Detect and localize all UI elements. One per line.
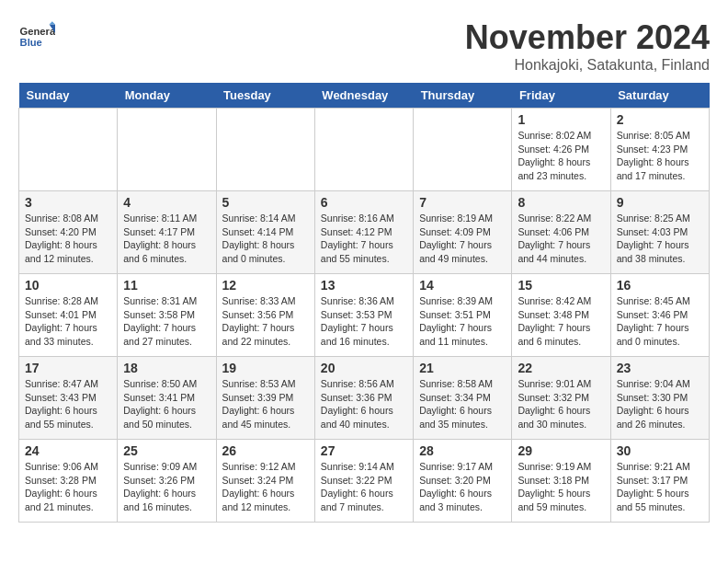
day-number: 30 xyxy=(617,443,703,458)
day-number: 29 xyxy=(518,443,604,458)
day-info: Sunrise: 9:14 AM Sunset: 3:22 PM Dayligh… xyxy=(321,460,407,514)
calendar-cell: 14Sunrise: 8:39 AM Sunset: 3:51 PM Dayli… xyxy=(414,274,512,357)
calendar-cell: 10Sunrise: 8:28 AM Sunset: 4:01 PM Dayli… xyxy=(19,274,118,357)
day-info: Sunrise: 9:17 AM Sunset: 3:20 PM Dayligh… xyxy=(419,460,506,514)
calendar-cell: 8Sunrise: 8:22 AM Sunset: 4:06 PM Daylig… xyxy=(512,191,610,274)
weekday-header-row: SundayMondayTuesdayWednesdayThursdayFrid… xyxy=(19,83,710,109)
day-number: 9 xyxy=(617,195,703,210)
day-number: 13 xyxy=(321,278,407,293)
day-info: Sunrise: 8:08 AM Sunset: 4:20 PM Dayligh… xyxy=(25,212,111,266)
week-row-5: 24Sunrise: 9:06 AM Sunset: 3:28 PM Dayli… xyxy=(19,440,710,523)
calendar-cell: 16Sunrise: 8:45 AM Sunset: 3:46 PM Dayli… xyxy=(610,274,709,357)
calendar-cell: 29Sunrise: 9:19 AM Sunset: 3:18 PM Dayli… xyxy=(512,440,610,523)
page-header: General Blue November 2024 Honkajoki, Sa… xyxy=(18,18,710,74)
day-number: 7 xyxy=(419,195,506,210)
calendar-cell: 19Sunrise: 8:53 AM Sunset: 3:39 PM Dayli… xyxy=(216,357,314,440)
calendar-cell xyxy=(314,109,413,191)
title-section: November 2024 Honkajoki, Satakunta, Finl… xyxy=(465,18,710,74)
day-number: 4 xyxy=(123,195,210,210)
calendar-cell: 13Sunrise: 8:36 AM Sunset: 3:53 PM Dayli… xyxy=(314,274,413,357)
day-number: 25 xyxy=(123,443,210,458)
day-info: Sunrise: 8:39 AM Sunset: 3:51 PM Dayligh… xyxy=(419,294,506,349)
day-info: Sunrise: 8:36 AM Sunset: 3:53 PM Dayligh… xyxy=(321,294,407,349)
day-info: Sunrise: 8:45 AM Sunset: 3:46 PM Dayligh… xyxy=(617,294,703,349)
day-info: Sunrise: 8:25 AM Sunset: 4:03 PM Dayligh… xyxy=(617,212,703,266)
day-info: Sunrise: 8:16 AM Sunset: 4:12 PM Dayligh… xyxy=(321,212,407,266)
day-number: 10 xyxy=(25,278,111,293)
calendar-cell: 9Sunrise: 8:25 AM Sunset: 4:03 PM Daylig… xyxy=(610,191,709,274)
calendar-cell: 28Sunrise: 9:17 AM Sunset: 3:20 PM Dayli… xyxy=(414,440,512,523)
weekday-header-friday: Friday xyxy=(512,83,610,109)
day-info: Sunrise: 8:56 AM Sunset: 3:36 PM Dayligh… xyxy=(321,377,407,431)
weekday-header-monday: Monday xyxy=(118,83,216,109)
location-title: Honkajoki, Satakunta, Finland xyxy=(465,57,710,74)
calendar-table: SundayMondayTuesdayWednesdayThursdayFrid… xyxy=(18,83,710,523)
week-row-1: 1Sunrise: 8:02 AM Sunset: 4:26 PM Daylig… xyxy=(19,109,710,191)
calendar-cell: 7Sunrise: 8:19 AM Sunset: 4:09 PM Daylig… xyxy=(414,191,512,274)
day-number: 11 xyxy=(123,278,210,293)
weekday-header-saturday: Saturday xyxy=(610,83,709,109)
day-number: 1 xyxy=(518,112,604,127)
day-info: Sunrise: 8:50 AM Sunset: 3:41 PM Dayligh… xyxy=(123,377,210,431)
day-number: 23 xyxy=(617,361,703,375)
svg-marker-3 xyxy=(50,21,55,24)
day-info: Sunrise: 8:53 AM Sunset: 3:39 PM Dayligh… xyxy=(222,377,309,431)
day-number: 6 xyxy=(321,195,407,210)
day-number: 3 xyxy=(25,195,111,210)
calendar-cell: 6Sunrise: 8:16 AM Sunset: 4:12 PM Daylig… xyxy=(314,191,413,274)
day-number: 24 xyxy=(25,443,111,458)
day-number: 28 xyxy=(419,443,506,458)
day-info: Sunrise: 8:19 AM Sunset: 4:09 PM Dayligh… xyxy=(419,212,506,266)
calendar-cell: 3Sunrise: 8:08 AM Sunset: 4:20 PM Daylig… xyxy=(19,191,118,274)
day-info: Sunrise: 9:01 AM Sunset: 3:32 PM Dayligh… xyxy=(518,377,604,431)
calendar-cell: 5Sunrise: 8:14 AM Sunset: 4:14 PM Daylig… xyxy=(216,191,314,274)
day-number: 12 xyxy=(222,278,309,293)
day-number: 20 xyxy=(321,361,407,375)
calendar-cell: 23Sunrise: 9:04 AM Sunset: 3:30 PM Dayli… xyxy=(610,357,709,440)
logo: General Blue xyxy=(18,18,59,55)
month-title: November 2024 xyxy=(465,18,710,57)
day-info: Sunrise: 8:14 AM Sunset: 4:14 PM Dayligh… xyxy=(222,212,309,266)
day-info: Sunrise: 8:11 AM Sunset: 4:17 PM Dayligh… xyxy=(123,212,210,266)
day-info: Sunrise: 9:19 AM Sunset: 3:18 PM Dayligh… xyxy=(518,460,604,514)
day-info: Sunrise: 8:31 AM Sunset: 3:58 PM Dayligh… xyxy=(123,294,210,349)
day-number: 27 xyxy=(321,443,407,458)
calendar-cell: 15Sunrise: 8:42 AM Sunset: 3:48 PM Dayli… xyxy=(512,274,610,357)
weekday-header-sunday: Sunday xyxy=(19,83,118,109)
calendar-cell: 17Sunrise: 8:47 AM Sunset: 3:43 PM Dayli… xyxy=(19,357,118,440)
calendar-cell: 21Sunrise: 8:58 AM Sunset: 3:34 PM Dayli… xyxy=(414,357,512,440)
day-info: Sunrise: 8:42 AM Sunset: 3:48 PM Dayligh… xyxy=(518,294,604,349)
calendar-cell xyxy=(19,109,118,191)
day-number: 18 xyxy=(123,361,210,375)
day-number: 19 xyxy=(222,361,309,375)
calendar-cell: 30Sunrise: 9:21 AM Sunset: 3:17 PM Dayli… xyxy=(610,440,709,523)
day-number: 26 xyxy=(222,443,309,458)
day-number: 14 xyxy=(419,278,506,293)
day-info: Sunrise: 8:47 AM Sunset: 3:43 PM Dayligh… xyxy=(25,377,111,431)
day-number: 22 xyxy=(518,361,604,375)
calendar-cell: 1Sunrise: 8:02 AM Sunset: 4:26 PM Daylig… xyxy=(512,109,610,191)
day-info: Sunrise: 8:28 AM Sunset: 4:01 PM Dayligh… xyxy=(25,294,111,349)
day-info: Sunrise: 9:21 AM Sunset: 3:17 PM Dayligh… xyxy=(617,460,703,514)
weekday-header-wednesday: Wednesday xyxy=(314,83,413,109)
week-row-2: 3Sunrise: 8:08 AM Sunset: 4:20 PM Daylig… xyxy=(19,191,710,274)
day-info: Sunrise: 8:22 AM Sunset: 4:06 PM Dayligh… xyxy=(518,212,604,266)
calendar-cell: 26Sunrise: 9:12 AM Sunset: 3:24 PM Dayli… xyxy=(216,440,314,523)
calendar-cell: 2Sunrise: 8:05 AM Sunset: 4:23 PM Daylig… xyxy=(610,109,709,191)
week-row-4: 17Sunrise: 8:47 AM Sunset: 3:43 PM Dayli… xyxy=(19,357,710,440)
day-number: 17 xyxy=(25,361,111,375)
calendar-cell xyxy=(414,109,512,191)
calendar-cell: 27Sunrise: 9:14 AM Sunset: 3:22 PM Dayli… xyxy=(314,440,413,523)
calendar-cell: 25Sunrise: 9:09 AM Sunset: 3:26 PM Dayli… xyxy=(118,440,216,523)
calendar-cell xyxy=(118,109,216,191)
calendar-cell: 24Sunrise: 9:06 AM Sunset: 3:28 PM Dayli… xyxy=(19,440,118,523)
svg-text:Blue: Blue xyxy=(20,37,42,48)
week-row-3: 10Sunrise: 8:28 AM Sunset: 4:01 PM Dayli… xyxy=(19,274,710,357)
calendar-cell: 18Sunrise: 8:50 AM Sunset: 3:41 PM Dayli… xyxy=(118,357,216,440)
calendar-cell: 22Sunrise: 9:01 AM Sunset: 3:32 PM Dayli… xyxy=(512,357,610,440)
calendar-cell: 12Sunrise: 8:33 AM Sunset: 3:56 PM Dayli… xyxy=(216,274,314,357)
day-info: Sunrise: 9:09 AM Sunset: 3:26 PM Dayligh… xyxy=(123,460,210,514)
day-info: Sunrise: 9:06 AM Sunset: 3:28 PM Dayligh… xyxy=(25,460,111,514)
day-number: 15 xyxy=(518,278,604,293)
calendar-cell: 20Sunrise: 8:56 AM Sunset: 3:36 PM Dayli… xyxy=(314,357,413,440)
